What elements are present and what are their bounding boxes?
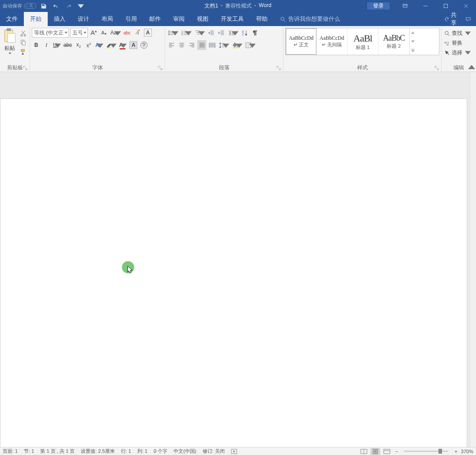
svg-rect-1 <box>444 4 447 8</box>
copy-button[interactable] <box>19 38 27 46</box>
shrink-font-button[interactable]: A▾ <box>99 28 108 38</box>
subscript-button[interactable]: x2 <box>74 40 83 50</box>
superscript-button[interactable]: x2 <box>84 40 93 50</box>
borders-button[interactable] <box>244 40 256 50</box>
zoom-out-button[interactable]: − <box>393 449 400 454</box>
tab-layout[interactable]: 布局 <box>95 12 119 26</box>
status-line[interactable]: 行: 1 <box>121 448 131 455</box>
autosave-toggle[interactable]: 自动保存 关 <box>3 3 36 9</box>
change-case-button[interactable]: Aa <box>110 28 121 38</box>
character-shading-button[interactable]: A <box>128 40 138 50</box>
align-distributed-button[interactable] <box>208 40 216 50</box>
ribbon-display-icon[interactable] <box>395 0 415 12</box>
phonetic-guide-button[interactable]: abc <box>123 28 132 38</box>
vertical-scrollbar[interactable] <box>470 72 476 447</box>
zoom-level[interactable]: 370% <box>461 449 473 454</box>
bullets-button[interactable] <box>167 28 179 38</box>
tab-help[interactable]: 帮助 <box>250 12 274 26</box>
grow-font-button[interactable]: A▴ <box>89 28 98 38</box>
highlight-button[interactable] <box>105 40 117 50</box>
style-normal[interactable]: AaBbCcDd↵ 正文 <box>286 28 317 55</box>
close-button[interactable] <box>456 0 476 12</box>
tab-home[interactable]: 开始 <box>24 12 48 26</box>
numbering-button[interactable]: 123 <box>180 28 192 38</box>
asian-layout-button[interactable] <box>227 28 239 38</box>
status-track-changes[interactable]: 修订: 关闭 <box>203 448 225 455</box>
show-marks-button[interactable] <box>250 28 259 38</box>
status-page[interactable]: 页面: 1 <box>3 448 18 455</box>
italic-button[interactable]: I <box>42 40 51 50</box>
status-language[interactable]: 中文(中国) <box>174 448 196 455</box>
gallery-more-button[interactable] <box>410 46 416 55</box>
align-left-button[interactable] <box>167 40 176 50</box>
increase-indent-button[interactable] <box>217 28 226 38</box>
view-print-layout[interactable] <box>370 448 380 455</box>
align-center-button[interactable] <box>177 40 186 50</box>
text-effects-button[interactable]: A <box>94 40 104 50</box>
view-read-mode[interactable] <box>359 448 369 455</box>
clear-formatting-button[interactable]: A✦ <box>133 28 142 38</box>
status-section[interactable]: 节: 1 <box>24 448 34 455</box>
undo-button[interactable] <box>51 0 61 12</box>
decrease-indent-button[interactable] <box>207 28 215 38</box>
zoom-in-button[interactable]: + <box>453 449 459 454</box>
paragraph-dialog-launcher[interactable] <box>276 66 282 71</box>
tab-insert[interactable]: 插入 <box>48 12 72 26</box>
font-dialog-launcher[interactable] <box>158 66 163 71</box>
comments-icon[interactable] <box>463 13 473 25</box>
underline-button[interactable]: U <box>52 40 61 50</box>
find-button[interactable]: 查找 <box>443 29 472 38</box>
paste-button[interactable]: 粘贴 <box>2 28 18 54</box>
bold-button[interactable]: B <box>32 40 41 50</box>
shading-button[interactable] <box>231 40 243 50</box>
style-heading2[interactable]: AaBbC标题 2 <box>378 28 409 55</box>
sort-button[interactable]: AZ <box>240 28 249 38</box>
collapse-ribbon-button[interactable] <box>468 64 475 71</box>
replace-button[interactable]: abac替换 <box>443 38 472 47</box>
signin-button[interactable]: 登录 <box>366 2 390 10</box>
align-justify-button[interactable] <box>197 40 206 50</box>
tell-me-search[interactable]: 告诉我你想要做什么 <box>280 12 340 26</box>
font-color-button[interactable]: A <box>118 40 128 50</box>
save-icon[interactable] <box>39 0 49 12</box>
tab-design[interactable]: 设计 <box>72 12 95 26</box>
gallery-scroll-up[interactable] <box>410 28 416 37</box>
style-nospacing[interactable]: AaBbCcDd↵ 无间隔 <box>317 28 348 55</box>
status-pages[interactable]: 第 1 页 , 共 1 页 <box>40 448 75 455</box>
multilevel-list-button[interactable] <box>193 28 205 38</box>
tab-view[interactable]: 视图 <box>191 12 215 26</box>
styles-gallery[interactable]: AaBbCcDd↵ 正文 AaBbCcDd↵ 无间隔 AaBl标题 1 AaBb… <box>285 28 439 55</box>
cut-button[interactable] <box>19 29 27 37</box>
redo-button[interactable] <box>64 0 73 12</box>
enclose-characters-button[interactable]: 字 <box>140 40 148 50</box>
status-column[interactable]: 列: 1 <box>137 448 147 455</box>
svg-point-20 <box>445 31 448 34</box>
styles-dialog-launcher[interactable] <box>434 66 440 71</box>
clipboard-dialog-launcher[interactable] <box>23 66 28 71</box>
font-size-combo[interactable]: 五号 <box>70 28 88 38</box>
status-setting[interactable]: 设置值: 2.5厘米 <box>81 448 114 455</box>
share-button[interactable]: 共享 <box>443 11 457 27</box>
align-right-button[interactable] <box>187 40 196 50</box>
zoom-slider[interactable] <box>404 451 448 452</box>
tab-mailings[interactable]: 邮件 <box>143 12 167 26</box>
line-spacing-button[interactable] <box>218 40 230 50</box>
gallery-scroll-down[interactable] <box>410 37 416 46</box>
document-page[interactable] <box>0 99 467 448</box>
maximize-button[interactable] <box>435 0 456 12</box>
tab-developer[interactable]: 开发工具 <box>215 12 250 26</box>
view-web-layout[interactable] <box>382 448 392 455</box>
qat-customize-icon[interactable] <box>76 0 86 12</box>
tab-file[interactable]: 文件 <box>0 12 24 26</box>
minimize-button[interactable] <box>415 0 435 12</box>
macro-record-icon[interactable] <box>231 449 237 454</box>
style-heading1[interactable]: AaBl标题 1 <box>348 28 378 55</box>
font-name-combo[interactable]: 等线 (中文正 <box>32 28 69 38</box>
character-border-button[interactable]: A <box>143 28 153 38</box>
select-button[interactable]: 选择 <box>443 48 472 57</box>
tab-review[interactable]: 审阅 <box>167 12 191 26</box>
strikethrough-button[interactable]: abc <box>63 40 73 50</box>
format-painter-button[interactable] <box>19 48 27 56</box>
tab-references[interactable]: 引用 <box>119 12 143 26</box>
status-words[interactable]: 0 个字 <box>154 448 167 455</box>
